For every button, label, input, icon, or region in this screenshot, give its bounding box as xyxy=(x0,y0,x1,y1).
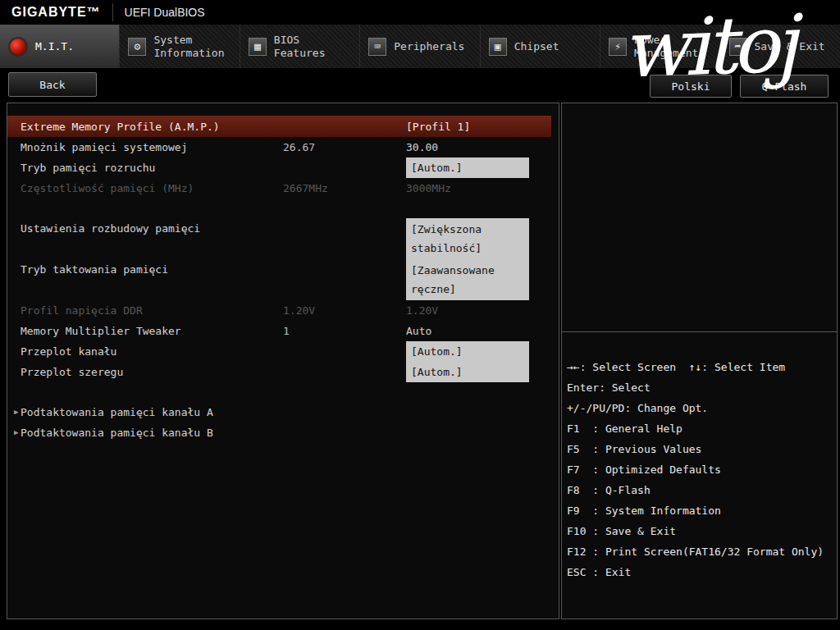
tab-power-management[interactable]: ⚡ Power Management xyxy=(600,25,719,68)
setting-label: Przeplot szeregu xyxy=(7,362,283,382)
setting-label: Memory Multiplier Tweaker xyxy=(7,321,283,341)
chipset-icon: ▣ xyxy=(489,38,507,56)
gigabyte-logo: GIGABYTE™ xyxy=(0,5,101,20)
system-information-icon: ⚙ xyxy=(128,38,146,56)
value-box[interactable]: [Autom.] xyxy=(406,158,529,178)
header-divider xyxy=(112,3,113,21)
tab-label: Peripherals xyxy=(394,40,476,53)
setting-current: 2667MHz xyxy=(283,178,406,199)
setting-label: Mnożnik pamięci systemowej xyxy=(7,137,283,158)
setting-row-xmp[interactable]: Extreme Memory Profile (A.M.P.) [Profil … xyxy=(7,116,551,137)
tab-label: M.I.T. xyxy=(35,40,117,53)
help-panel: →←: Select Screen ↑↓: Select Item Enter:… xyxy=(561,103,838,619)
tab-label: Power Management xyxy=(634,34,716,60)
bios-screen: GIGABYTE™ UEFI DualBIOS M.I.T. ⚙ System … xyxy=(0,0,840,630)
setting-value: Auto xyxy=(406,321,533,341)
peripherals-icon: ⌨ xyxy=(368,38,386,56)
setting-label: Przeplot kanału xyxy=(7,341,283,362)
tab-label: BIOS Features xyxy=(274,34,356,60)
setting-label: Profil napięcia DDR xyxy=(7,300,283,321)
setting-value: 1.20V xyxy=(406,300,533,321)
tab-bar: M.I.T. ⚙ System Information ▦ BIOS Featu… xyxy=(0,25,840,69)
toolbar: Back Polski Q-Flash xyxy=(0,69,840,103)
setting-label: Ustawienia rozbudowy pamięci xyxy=(7,218,283,239)
setting-row-tweaker[interactable]: Memory Multiplier Tweaker 1 Auto xyxy=(7,321,551,341)
tab-peripherals[interactable]: ⌨ Peripherals xyxy=(359,25,479,68)
submenu-arrow-icon: ▶ xyxy=(7,422,21,443)
value-box[interactable]: [Autom.] xyxy=(406,341,529,362)
hotkey-line: F5 : Previous Values xyxy=(567,439,832,459)
value-box[interactable]: [Zwiększona stabilność] xyxy=(406,218,529,259)
row-spacer xyxy=(7,382,559,402)
tab-label: Chipset xyxy=(514,40,596,53)
item-help-area xyxy=(562,103,837,332)
setting-label: Tryb taktowania pamięci xyxy=(7,259,283,280)
submenu-row-channel-a[interactable]: ▶ Podtaktowania pamięci kanału A xyxy=(7,402,551,422)
hotkey-line: F10 : Save & Exit xyxy=(567,521,832,541)
tab-label: Save & Exit xyxy=(755,40,837,53)
hotkey-line: F1 : General Help xyxy=(567,418,832,439)
hotkey-line: F12 : Print Screen(FAT16/32 Format Only) xyxy=(567,541,832,562)
value-box[interactable]: [Autom.] xyxy=(406,362,529,382)
tab-chipset[interactable]: ▣ Chipset xyxy=(480,25,600,68)
setting-value[interactable]: [Autom.] xyxy=(406,158,533,178)
submenu-row-channel-b[interactable]: ▶ Podtaktowania pamięci kanału B xyxy=(7,422,551,443)
setting-row-enhancement[interactable]: Ustawienia rozbudowy pamięci [Zwiększona… xyxy=(7,218,551,259)
setting-row-rank-interleave[interactable]: Przeplot szeregu [Autom.] xyxy=(7,362,551,382)
setting-value: 3000MHz xyxy=(406,178,533,199)
setting-value[interactable]: [Zaawansowane ręczne] xyxy=(406,259,533,300)
hotkey-line: F7 : Optimized Defaults xyxy=(567,459,832,480)
setting-row-channel-interleave[interactable]: Przeplot kanału [Autom.] xyxy=(7,341,551,362)
row-spacer xyxy=(7,199,559,218)
submenu-arrow-icon: ▶ xyxy=(7,402,21,422)
setting-value[interactable]: [Profil 1] xyxy=(406,116,533,137)
value-box[interactable]: [Zaawansowane ręczne] xyxy=(406,259,529,300)
power-management-icon: ⚡ xyxy=(609,38,627,56)
hotkey-line: Enter: Select xyxy=(567,377,832,398)
hotkey-line: →←: Select Screen ↑↓: Select Item xyxy=(567,357,832,377)
tab-label: System Information xyxy=(153,34,235,60)
bios-features-icon: ▦ xyxy=(249,38,267,56)
mit-logo-icon xyxy=(8,37,28,57)
settings-panel: Extreme Memory Profile (A.M.P.) [Profil … xyxy=(7,103,559,619)
setting-current: 1 xyxy=(283,321,406,341)
setting-current: 1.20V xyxy=(283,300,406,321)
hotkey-line: ESC : Exit xyxy=(567,562,832,582)
setting-row-boot-mode[interactable]: Tryb pamięci rozruchu [Autom.] xyxy=(7,158,551,178)
setting-row-ddr-voltage: Profil napięcia DDR 1.20V 1.20V xyxy=(7,300,551,321)
hotkey-line: F9 : System Information xyxy=(567,500,832,521)
save-exit-icon: ➦ xyxy=(729,38,747,56)
setting-label: Extreme Memory Profile (A.M.P.) xyxy=(7,116,283,137)
back-button[interactable]: Back xyxy=(8,72,97,97)
qflash-button[interactable]: Q-Flash xyxy=(740,75,829,98)
setting-row-multiplier[interactable]: Mnożnik pamięci systemowej 26.67 30.00 xyxy=(7,137,551,158)
setting-label: Częstotliwość pamięci (MHz) xyxy=(7,178,283,199)
hotkey-line: F8 : Q-Flash xyxy=(567,480,832,500)
submenu-label: Podtaktowania pamięci kanału A xyxy=(21,402,551,422)
hotkey-line: +/-/PU/PD: Change Opt. xyxy=(567,398,832,418)
hotkeys-legend: →←: Select Screen ↑↓: Select Item Enter:… xyxy=(562,332,837,582)
tab-mit[interactable]: M.I.T. xyxy=(0,25,119,68)
setting-value[interactable]: [Autom.] xyxy=(406,341,533,362)
setting-value[interactable]: [Autom.] xyxy=(406,362,533,382)
tab-system-information[interactable]: ⚙ System Information xyxy=(119,25,239,68)
language-button[interactable]: Polski xyxy=(650,75,732,98)
setting-current: 26.67 xyxy=(283,137,406,158)
setting-label: Tryb pamięci rozruchu xyxy=(7,158,283,178)
bios-title: UEFI DualBIOS xyxy=(125,6,205,19)
setting-value[interactable]: [Zwiększona stabilność] xyxy=(406,218,533,259)
setting-row-timing-mode[interactable]: Tryb taktowania pamięci [Zaawansowane rę… xyxy=(7,259,551,300)
submenu-label: Podtaktowania pamięci kanału B xyxy=(21,422,551,443)
setting-value: 30.00 xyxy=(406,137,533,158)
header-bar: GIGABYTE™ UEFI DualBIOS xyxy=(0,0,840,25)
setting-row-frequency: Częstotliwość pamięci (MHz) 2667MHz 3000… xyxy=(7,178,551,199)
tab-bios-features[interactable]: ▦ BIOS Features xyxy=(240,25,359,68)
tab-save-exit[interactable]: ➦ Save & Exit xyxy=(720,25,840,68)
